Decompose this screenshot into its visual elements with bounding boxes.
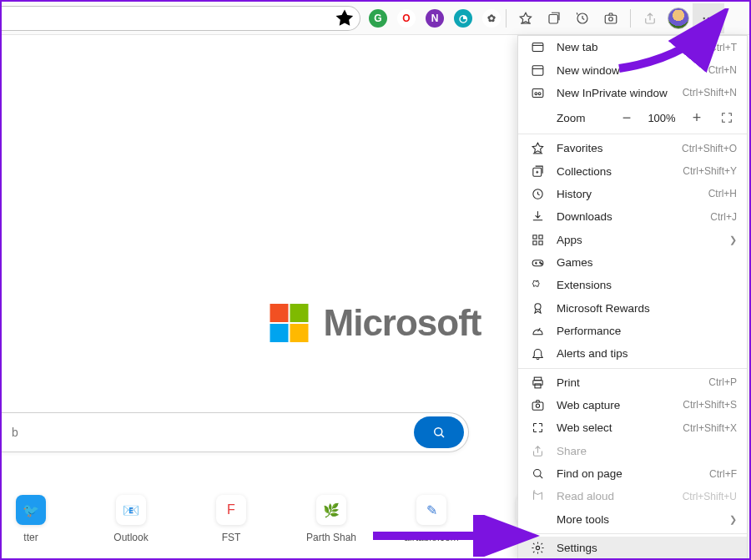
- menu-new-window[interactable]: New windowCtrl+N: [518, 58, 747, 81]
- toolbar-separator: [506, 9, 507, 28]
- zoom-out-button[interactable]: −: [615, 106, 638, 129]
- search-bar[interactable]: [2, 412, 469, 452]
- theme-icon[interactable]: ◔: [454, 9, 472, 28]
- menu-alerts-label: Alerts and tips: [557, 347, 737, 360]
- select-icon: [530, 421, 545, 436]
- menu-alerts[interactable]: Alerts and tips: [518, 342, 747, 365]
- quicklink-outlook[interactable]: 📧Outlook: [102, 495, 160, 543]
- zoom-value: 100%: [645, 112, 678, 124]
- menu-find-label: Find on page: [557, 467, 698, 480]
- svg-point-30: [541, 263, 542, 264]
- search-input[interactable]: [2, 426, 414, 439]
- collections-icon: [530, 164, 545, 179]
- menu-more-tools[interactable]: More tools❯: [518, 508, 747, 531]
- menu-collections-shortcut: Ctrl+Shift+Y: [683, 165, 737, 177]
- quicklink-outlook-label: Outlook: [113, 532, 148, 543]
- overflow-menu: New tabCtrl+TNew windowCtrl+NNew InPriva…: [517, 35, 748, 560]
- more-menu-button[interactable]: [693, 3, 724, 33]
- chevron-right-icon: ❯: [729, 514, 737, 525]
- history-icon: [530, 186, 545, 201]
- profile-avatar[interactable]: [664, 4, 693, 33]
- microsoft-logo: Microsoft: [270, 302, 481, 344]
- menu-new-tab[interactable]: New tabCtrl+T: [518, 36, 747, 58]
- svg-rect-38: [532, 402, 543, 410]
- rewards-icon: [530, 300, 545, 315]
- svg-point-40: [533, 470, 541, 477]
- quicklink-airtable[interactable]: ✎airtable.com: [402, 495, 461, 543]
- menu-print-shortcut: Ctrl+P: [708, 376, 737, 388]
- svg-rect-37: [534, 384, 540, 388]
- menu-share: Share: [518, 440, 747, 462]
- menu-games-label: Games: [557, 256, 737, 269]
- svg-point-17: [534, 93, 537, 95]
- share-icon[interactable]: [636, 4, 664, 33]
- svg-rect-24: [532, 235, 536, 238]
- extensions-strip: GON◔✿: [369, 9, 501, 28]
- menu-new-tab-label: New tab: [557, 41, 698, 53]
- menu-extensions[interactable]: Extensions: [518, 274, 747, 296]
- svg-rect-26: [532, 241, 536, 245]
- capture-icon: [530, 397, 545, 412]
- menu-rewards[interactable]: Microsoft Rewards: [518, 297, 747, 320]
- menu-zoom: Zoom − 100% +: [518, 104, 747, 131]
- onenote-icon[interactable]: N: [426, 9, 444, 28]
- svg-point-8: [708, 17, 709, 18]
- screenshot-icon[interactable]: [597, 4, 625, 33]
- menu-history-label: History: [557, 188, 697, 200]
- menu-inprivate[interactable]: New InPrivate windowCtrl+Shift+N: [518, 82, 747, 104]
- menu-settings[interactable]: Settings: [518, 537, 747, 559]
- address-bar[interactable]: [2, 6, 360, 31]
- menu-downloads-label: Downloads: [557, 210, 698, 223]
- menu-find[interactable]: Find on pageCtrl+F: [518, 462, 747, 485]
- search-button[interactable]: [414, 416, 464, 448]
- svg-line-41: [539, 476, 542, 478]
- find-icon: [530, 467, 545, 482]
- svg-point-39: [536, 404, 539, 407]
- favorites-icon[interactable]: [512, 4, 540, 33]
- tab-icon: [530, 40, 545, 55]
- fullscreen-button[interactable]: [715, 106, 738, 129]
- add-favorite-icon[interactable]: [333, 7, 356, 30]
- menu-extensions-label: Extensions: [557, 279, 737, 291]
- menu-collections[interactable]: CollectionsCtrl+Shift+Y: [518, 159, 747, 182]
- collections-icon[interactable]: [540, 4, 568, 33]
- menu-share-label: Share: [557, 445, 737, 457]
- opera-icon[interactable]: O: [397, 9, 416, 28]
- bell-icon: [530, 346, 545, 361]
- menu-apps[interactable]: Apps❯: [518, 228, 747, 250]
- svg-point-43: [536, 546, 539, 549]
- menu-select-label: Web select: [557, 421, 671, 434]
- svg-point-33: [534, 304, 540, 310]
- history-icon[interactable]: [568, 4, 597, 33]
- ext-puzzle-icon[interactable]: ✿: [482, 9, 501, 28]
- print-icon: [530, 375, 545, 390]
- menu-favorites[interactable]: FavoritesCtrl+Shift+O: [518, 137, 747, 159]
- quicklink-twitter[interactable]: 🐦tter: [2, 495, 60, 543]
- quicklink-parth-icon: 🌿: [316, 495, 346, 525]
- share-icon: [530, 443, 545, 458]
- quicklink-parth[interactable]: 🌿Parth Shah: [302, 495, 360, 543]
- apps-icon: [530, 232, 545, 247]
- menu-read-shortcut: Ctrl+Shift+U: [683, 491, 737, 502]
- menu-history[interactable]: HistoryCtrl+H: [518, 183, 747, 205]
- microsoft-tiles-icon: [270, 304, 309, 342]
- quicklink-fst[interactable]: FFST: [202, 495, 260, 543]
- menu-select[interactable]: Web selectCtrl+Shift+X: [518, 416, 747, 439]
- menu-more-tools-label: More tools: [557, 513, 718, 526]
- menu-print[interactable]: PrintCtrl+P: [518, 371, 747, 393]
- download-icon: [530, 209, 545, 225]
- menu-downloads-shortcut: Ctrl+J: [710, 211, 737, 223]
- menu-games[interactable]: Games: [518, 251, 747, 274]
- grammarly-icon[interactable]: G: [369, 9, 387, 28]
- svg-rect-27: [538, 241, 542, 245]
- menu-downloads[interactable]: DownloadsCtrl+J: [518, 205, 747, 228]
- zoom-label: Zoom: [557, 112, 608, 124]
- menu-performance[interactable]: Performance: [518, 320, 747, 342]
- blank-icon: [530, 512, 545, 527]
- performance-icon: [530, 324, 545, 339]
- menu-capture[interactable]: Web captureCtrl+Shift+S: [518, 394, 747, 416]
- zoom-in-button[interactable]: +: [685, 106, 708, 129]
- menu-history-shortcut: Ctrl+H: [708, 188, 737, 199]
- quicklink-fst-label: FST: [222, 532, 241, 543]
- menu-rewards-label: Microsoft Rewards: [557, 302, 737, 315]
